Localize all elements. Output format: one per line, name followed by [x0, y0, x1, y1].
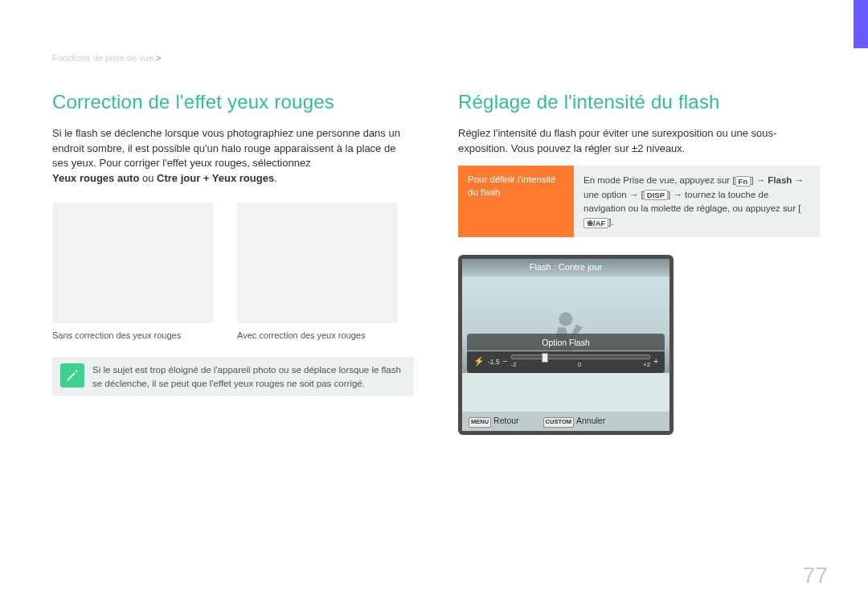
- camera-option-label: Option Flash: [467, 334, 665, 351]
- camera-title: Flash : Contre jour: [462, 259, 669, 277]
- camera-footer: MENURetour CUSTOMAnnuler: [462, 412, 669, 431]
- custom-key-icon: CUSTOM: [543, 417, 574, 428]
- af-button-icon: ❀/AF: [583, 218, 608, 228]
- menu-button[interactable]: MENURetour: [469, 415, 519, 428]
- left-column: Correction de l'effet yeux rouges Si le …: [52, 48, 414, 435]
- example-photos: [52, 203, 414, 323]
- heading-red-eye: Correction de l'effet yeux rouges: [52, 88, 414, 117]
- fn-button-icon: Fn: [735, 176, 751, 187]
- breadcrumb-section: Fonctions de prise de vue: [52, 53, 154, 63]
- right-column: Réglage de l'intensité du flash Réglez l…: [458, 48, 820, 435]
- camera-preview: Option Flash ⚡ -1.5 − -2 0 +2 +: [462, 277, 669, 373]
- page-number: 77: [803, 560, 828, 592]
- breadcrumb: Fonctions de prise de vue >: [52, 52, 161, 65]
- bolt-icon: ⚡: [473, 355, 485, 368]
- slider-value: -1.5: [488, 357, 500, 367]
- caption-with: Avec correction des yeux rouges: [237, 330, 398, 342]
- camera-screen: Flash : Contre jour Option Flash ⚡ -1.5 …: [458, 255, 674, 435]
- definition-body: En mode Prise de vue, appuyez sur [Fn] →…: [574, 166, 820, 237]
- photo-captions: Sans correction des yeux rouges Avec cor…: [52, 330, 414, 342]
- slider-knob[interactable]: [542, 353, 548, 363]
- photo-without-correction: [52, 203, 213, 323]
- paragraph-red-eye: Si le flash se déclenche lorsque vous ph…: [52, 126, 414, 187]
- chevron-right-icon: >: [156, 53, 161, 63]
- custom-button[interactable]: CUSTOMAnnuler: [543, 415, 606, 428]
- paragraph-flash-intensity: Réglez l'intensité du flash pour éviter …: [458, 126, 820, 157]
- photo-with-correction: [237, 203, 398, 323]
- note-text: Si le sujet est trop éloigné de l'appare…: [92, 363, 406, 390]
- slider-scale: -2 0 +2: [511, 355, 651, 370]
- option-ctrejour: Ctre jour + Yeux rouges: [157, 172, 274, 184]
- slider-track[interactable]: [511, 355, 651, 359]
- disp-button-icon: DISP: [644, 190, 668, 200]
- section-tab: [854, 0, 868, 48]
- definition-label: Pour définir l'intensité du flash: [458, 166, 574, 237]
- definition-box: Pour définir l'intensité du flash En mod…: [458, 166, 820, 237]
- caption-without: Sans correction des yeux rouges: [52, 330, 213, 342]
- minus-icon[interactable]: −: [503, 356, 508, 368]
- pen-icon: [60, 363, 84, 387]
- plus-icon[interactable]: +: [653, 356, 658, 368]
- menu-key-icon: MENU: [469, 417, 491, 428]
- heading-flash-intensity: Réglage de l'intensité du flash: [458, 88, 820, 117]
- flash-intensity-slider[interactable]: ⚡ -1.5 − -2 0 +2 +: [467, 351, 665, 374]
- option-auto: Yeux rouges auto: [52, 172, 139, 184]
- note-box: Si le sujet est trop éloigné de l'appare…: [52, 357, 414, 396]
